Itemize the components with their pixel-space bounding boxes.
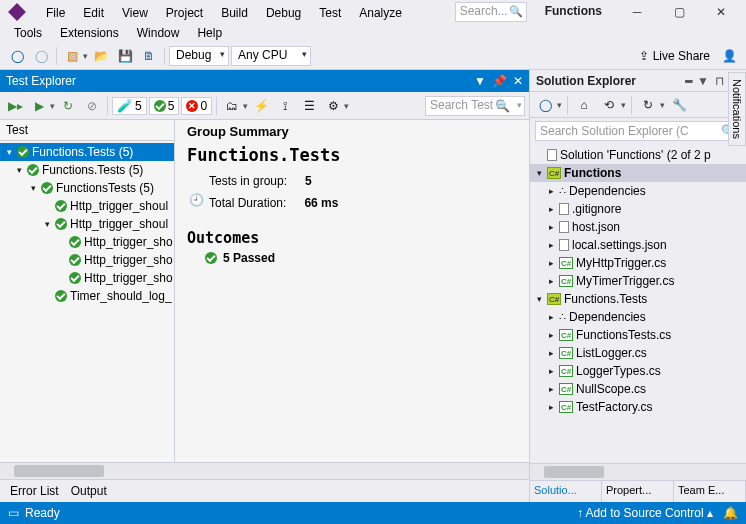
bell-icon[interactable]: 🔔 bbox=[723, 506, 738, 520]
solution-node[interactable]: ▾C#Functions.Tests bbox=[530, 290, 746, 308]
total-tests-counter[interactable]: 🧪5 bbox=[112, 97, 147, 115]
solution-explorer-header[interactable]: Solution Explorer ▪▪▪ ▼ ⊓ ✕ bbox=[530, 70, 746, 92]
solution-node[interactable]: ▸C#MyTimerTrigger.cs bbox=[530, 272, 746, 290]
solution-node[interactable]: ▸C#NullScope.cs bbox=[530, 380, 746, 398]
config-combo[interactable]: Debug bbox=[169, 46, 229, 66]
solution-node[interactable]: Solution 'Functions' (2 of 2 p bbox=[530, 146, 746, 164]
new-project-button[interactable]: ▧ bbox=[61, 45, 83, 67]
feedback-button[interactable]: 👤 bbox=[718, 45, 740, 67]
solution-node[interactable]: ▸.gitignore bbox=[530, 200, 746, 218]
solution-node[interactable]: ▸C#TestFactory.cs bbox=[530, 398, 746, 416]
test-node[interactable]: Http_trigger_shoul bbox=[0, 197, 174, 215]
search-icon: 🔍 bbox=[495, 99, 510, 113]
save-all-button[interactable]: 🗎 bbox=[138, 45, 160, 67]
menu-build[interactable]: Build bbox=[213, 4, 256, 22]
settings-button[interactable]: ⚙ bbox=[322, 95, 344, 117]
solution-node[interactable]: ▸local.settings.json bbox=[530, 236, 746, 254]
solution-node[interactable]: ▸C#FunctionsTests.cs bbox=[530, 326, 746, 344]
tree-header[interactable]: Test bbox=[0, 120, 174, 141]
run-all-button[interactable]: ▶▸ bbox=[4, 95, 26, 117]
test-explorer-toolbar: ▶▸ ▶▾ ↻ ⊘ 🧪5 5 ✕0 🗂▾ ⚡ ⟟ ☰ ⚙▾ Search Tes… bbox=[0, 92, 529, 120]
refresh-icon[interactable]: ↻ bbox=[637, 94, 659, 116]
pin-icon[interactable]: ⊓ bbox=[715, 74, 724, 88]
test-node[interactable]: Timer_should_log_ bbox=[0, 287, 174, 305]
solution-node[interactable]: ▸∴Dependencies bbox=[530, 308, 746, 326]
solution-toolbar: ◯▾ ⌂ ⟲▾ ↻▾ 🔧 bbox=[530, 92, 746, 118]
solution-search-input[interactable]: Search Solution Explorer (C🔍 bbox=[535, 121, 741, 141]
tab-team[interactable]: Team E... bbox=[674, 481, 746, 502]
solution-explorer-panel: Solution Explorer ▪▪▪ ▼ ⊓ ✕ ◯▾ ⌂ ⟲▾ ↻▾ 🔧… bbox=[530, 70, 746, 502]
menu-help[interactable]: Help bbox=[189, 24, 230, 42]
failed-counter[interactable]: ✕0 bbox=[181, 97, 212, 115]
repeat-button[interactable]: ↻ bbox=[57, 95, 79, 117]
home-icon[interactable]: ⌂ bbox=[573, 94, 595, 116]
outcome-passed: 5 Passed bbox=[187, 247, 517, 265]
menu-edit[interactable]: Edit bbox=[75, 4, 112, 22]
save-button[interactable]: 💾 bbox=[114, 45, 136, 67]
menu-view[interactable]: View bbox=[114, 4, 156, 22]
file-icon bbox=[559, 239, 569, 251]
test-search-input[interactable]: Search Test E🔍▾ bbox=[425, 96, 525, 116]
menu-analyze[interactable]: Analyze bbox=[351, 4, 410, 22]
solution-node[interactable]: ▸C#MyHttpTrigger.cs bbox=[530, 254, 746, 272]
solution-bottom-tabs: Solutio... Propert... Team E... bbox=[530, 480, 746, 502]
sync-icon[interactable]: ⟲ bbox=[598, 94, 620, 116]
overflow-icon[interactable]: ▪▪▪ bbox=[684, 74, 691, 88]
close-button[interactable]: ✕ bbox=[704, 1, 738, 23]
close-panel-icon[interactable]: ✕ bbox=[513, 74, 523, 88]
solution-node[interactable]: ▸∴Dependencies bbox=[530, 182, 746, 200]
nav-back-button[interactable]: ◯ bbox=[6, 45, 28, 67]
stop-icon[interactable]: ⊘ bbox=[81, 95, 103, 117]
menu-tools[interactable]: Tools bbox=[6, 24, 50, 42]
menu-project[interactable]: Project bbox=[158, 4, 211, 22]
solution-node[interactable]: ▸C#LoggerTypes.cs bbox=[530, 362, 746, 380]
test-node[interactable]: ▾Functions.Tests (5) bbox=[0, 161, 174, 179]
cs-file-icon: C# bbox=[559, 401, 573, 413]
minimize-button[interactable]: ─ bbox=[620, 1, 654, 23]
run-button[interactable]: ▶ bbox=[28, 95, 50, 117]
columns-button[interactable]: ☰ bbox=[298, 95, 320, 117]
test-node[interactable]: ▾Functions.Tests (5) bbox=[0, 143, 174, 161]
test-node[interactable]: ▾Http_trigger_shoul bbox=[0, 215, 174, 233]
passed-counter[interactable]: 5 bbox=[149, 97, 180, 115]
tab-properties[interactable]: Propert... bbox=[602, 481, 674, 502]
pin-icon[interactable]: 📌 bbox=[492, 74, 507, 88]
menu-test[interactable]: Test bbox=[311, 4, 349, 22]
open-file-button[interactable]: 📂 bbox=[90, 45, 112, 67]
window-position-icon[interactable]: ▼ bbox=[474, 74, 486, 88]
tab-solution[interactable]: Solutio... bbox=[530, 481, 602, 502]
test-node[interactable]: Http_trigger_sho bbox=[0, 233, 174, 251]
solution-node[interactable]: ▸C#ListLogger.cs bbox=[530, 344, 746, 362]
quick-launch-input[interactable]: Search...🔍 bbox=[455, 2, 527, 22]
test-node[interactable]: ▾FunctionsTests (5) bbox=[0, 179, 174, 197]
se-h-scrollbar[interactable] bbox=[530, 463, 746, 480]
csproj-icon: C# bbox=[547, 167, 561, 179]
solution-icon bbox=[547, 149, 557, 161]
h-scrollbar[interactable] bbox=[0, 462, 529, 479]
test-node[interactable]: Http_trigger_sho bbox=[0, 269, 174, 287]
solution-node[interactable]: ▾C#Functions bbox=[530, 164, 746, 182]
notifications-tab[interactable]: Notifications bbox=[728, 72, 746, 146]
playlist-button[interactable]: 🗂 bbox=[221, 95, 243, 117]
menu-debug[interactable]: Debug bbox=[258, 4, 309, 22]
filter-button[interactable]: ⚡ bbox=[250, 95, 272, 117]
pass-icon bbox=[69, 254, 81, 266]
nav-fwd-button[interactable]: ◯ bbox=[30, 45, 52, 67]
test-node[interactable]: Http_trigger_sho bbox=[0, 251, 174, 269]
test-explorer-header[interactable]: Test Explorer ▼ 📌 ✕ bbox=[0, 70, 529, 92]
tab-error-list[interactable]: Error List bbox=[10, 484, 59, 498]
menu-extensions[interactable]: Extensions bbox=[52, 24, 127, 42]
add-source-control[interactable]: ↑ Add to Source Control ▴ bbox=[577, 506, 713, 520]
se-back-button[interactable]: ◯ bbox=[534, 94, 556, 116]
window-position-icon[interactable]: ▼ bbox=[697, 74, 709, 88]
menu-file[interactable]: File bbox=[38, 4, 73, 22]
menu-window[interactable]: Window bbox=[129, 24, 188, 42]
platform-combo[interactable]: Any CPU bbox=[231, 46, 311, 66]
wrench-icon[interactable]: 🔧 bbox=[668, 94, 690, 116]
group-button[interactable]: ⟟ bbox=[274, 95, 296, 117]
vs-logo-icon bbox=[8, 3, 26, 21]
solution-node[interactable]: ▸host.json bbox=[530, 218, 746, 236]
tab-output[interactable]: Output bbox=[71, 484, 107, 498]
liveshare-button[interactable]: ⇪ Live Share bbox=[633, 49, 716, 63]
maximize-button[interactable]: ▢ bbox=[662, 1, 696, 23]
